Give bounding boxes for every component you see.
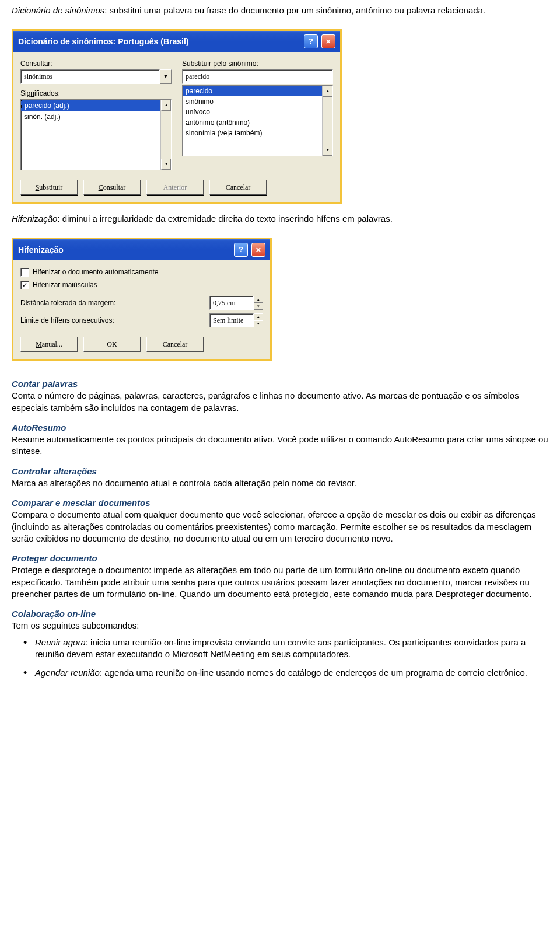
section-text: Conta o número de páginas, palavras, car… — [12, 390, 548, 414]
sinonimos-listbox[interactable]: parecido sinônimo unívoco antônimo (antô… — [182, 85, 333, 156]
consultar-combo[interactable]: sinônimos ▼ — [20, 69, 172, 83]
intro-label: Dicionário de sinônimos — [12, 5, 104, 15]
intro-text: : substitui uma palavra ou frase do docu… — [104, 5, 485, 15]
list-item[interactable]: sinônimo — [183, 96, 332, 107]
item-label: Reunir agora — [35, 637, 86, 647]
distance-input[interactable]: 0,75 cm — [209, 296, 254, 310]
item-label: Agendar reunião — [35, 668, 100, 678]
intro-paragraph: Dicionário de sinônimos: substitui uma p… — [12, 5, 548, 16]
spin-up-icon[interactable]: ▴ — [254, 296, 263, 303]
uppercase-checkbox[interactable]: ✓ Hifenizar maiúsculas — [20, 280, 263, 289]
scrollbar[interactable]: ▴▾ — [160, 100, 171, 170]
consultar-input[interactable]: sinônimos — [20, 69, 160, 83]
consultar-label: Consultar: — [20, 59, 172, 68]
list-item[interactable]: sinôn. (adj.) — [21, 111, 171, 122]
help-icon[interactable]: ? — [304, 34, 318, 48]
manual-button[interactable]: Manual... — [20, 337, 78, 352]
scroll-up-icon[interactable]: ▴ — [161, 100, 171, 111]
limit-input[interactable]: Sem limite — [209, 313, 254, 327]
section-text: Compara o documento atual com qualquer d… — [12, 509, 548, 544]
anterior-button: Anterior — [146, 180, 204, 195]
hyphenation-dialog: Hifenização ? × Hifenizar o documento au… — [12, 238, 272, 361]
close-icon[interactable]: × — [251, 243, 265, 257]
list-item: Agendar reunião: agenda uma reunião on-l… — [35, 667, 548, 679]
cancelar-button[interactable]: Cancelar — [146, 337, 204, 352]
section-text: Resume automaticamente os pontos princip… — [12, 434, 548, 458]
list-item[interactable]: antônimo (antônimo) — [183, 117, 332, 128]
spin-down-icon[interactable]: ▾ — [254, 303, 263, 310]
scroll-down-icon[interactable]: ▾ — [323, 145, 332, 156]
section-heading: Contar palavras — [12, 378, 548, 390]
section-heading: Proteger documento — [12, 553, 548, 564]
bullet-list: Reunir agora: inicia uma reunião on-line… — [12, 637, 548, 679]
auto-hyphenate-checkbox[interactable]: Hifenizar o documento automaticamente — [20, 267, 263, 277]
item-text: : agenda uma reunião on-line usando nome… — [100, 668, 527, 678]
list-item[interactable]: parecido — [183, 86, 332, 96]
titlebar: Hifenização ? × — [13, 239, 270, 260]
titlebar: Dicionário de sinônimos: Português (Bras… — [13, 31, 340, 52]
substituir-button[interactable]: Substituir — [20, 180, 78, 195]
list-item[interactable]: parecido (adj.) — [21, 100, 171, 111]
significados-listbox[interactable]: parecido (adj.) sinôn. (adj.) ▴▾ — [20, 99, 172, 170]
spin-up-icon[interactable]: ▴ — [254, 313, 263, 320]
scroll-up-icon[interactable]: ▴ — [323, 86, 332, 97]
substituir-input[interactable]: parecido — [182, 69, 333, 83]
scroll-down-icon[interactable]: ▾ — [161, 159, 171, 170]
limit-label: Limite de hífens consecutivos: — [20, 316, 209, 325]
section-heading: AutoResumo — [12, 422, 548, 434]
section-heading: Comparar e mesclar documentos — [12, 497, 548, 509]
scrollbar[interactable]: ▴▾ — [322, 86, 332, 156]
dialog-title: Hifenização — [18, 245, 64, 256]
thesaurus-dialog: Dicionário de sinônimos: Português (Bras… — [12, 29, 342, 204]
consultar-button[interactable]: Consultar — [83, 180, 141, 195]
section-heading: Controlar alterações — [12, 466, 548, 477]
hifen-label: Hifenização — [12, 214, 57, 224]
substituir-label: Substituir pelo sinônimo: — [182, 59, 333, 68]
limit-spinner[interactable]: Sem limite ▴▾ — [209, 313, 263, 327]
help-icon[interactable]: ? — [234, 243, 248, 257]
checkbox-icon[interactable]: ✓ — [20, 281, 29, 289]
significados-label: Significados: — [20, 89, 172, 98]
cancelar-button[interactable]: Cancelar — [209, 180, 267, 195]
section-text: Marca as alterações no documento atual e… — [12, 477, 548, 489]
checkbox-icon[interactable] — [20, 268, 29, 277]
hifen-paragraph: Hifenização: diminui a irregularidade da… — [12, 213, 548, 225]
item-text: : inicia uma reunião on-line imprevista … — [35, 637, 526, 659]
spin-down-icon[interactable]: ▾ — [254, 320, 263, 327]
distance-label: Distância tolerada da margem: — [20, 298, 209, 308]
dialog-title: Dicionário de sinônimos: Português (Bras… — [18, 36, 188, 47]
hifen-text: : diminui a irregularidade da extremidad… — [57, 214, 392, 224]
section-heading: Colaboração on-line — [12, 608, 548, 620]
ok-button[interactable]: OK — [83, 337, 141, 352]
list-item: Reunir agora: inicia uma reunião on-line… — [35, 637, 548, 661]
section-intro: Tem os seguintes subcomandos: — [12, 620, 548, 631]
chevron-down-icon[interactable]: ▼ — [160, 69, 172, 83]
close-icon[interactable]: × — [321, 34, 335, 48]
list-item[interactable]: unívoco — [183, 107, 332, 117]
distance-spinner[interactable]: 0,75 cm ▴▾ — [209, 296, 263, 310]
section-text: Protege e desprotege o documento: impede… — [12, 564, 548, 600]
list-item[interactable]: sinonímia (veja também) — [183, 128, 332, 138]
